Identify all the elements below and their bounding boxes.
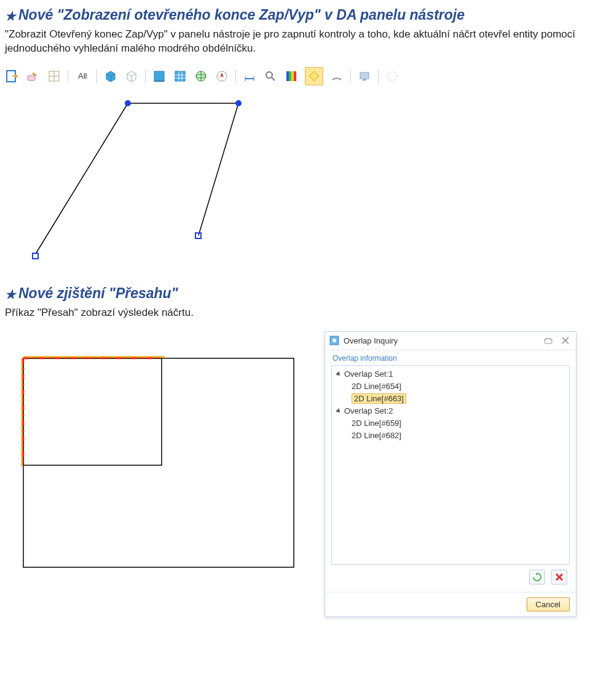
svg-rect-3	[28, 76, 35, 81]
star-icon: ★	[5, 9, 16, 24]
tree-item[interactable]: 2D Line[#663]	[332, 393, 569, 405]
svg-point-34	[388, 72, 396, 81]
tree-group[interactable]: Overlap Set:1	[332, 368, 569, 380]
paragraph-open-end: "Zobrazit Otevřený konec Zap/Vyp" v pane…	[5, 28, 585, 56]
overlap-tree[interactable]: Overlap Set:12D Line[#654]2D Line[#663]O…	[331, 365, 570, 565]
filter-label[interactable]: All	[74, 71, 90, 81]
svg-marker-21	[220, 73, 224, 77]
star-icon: ★	[5, 287, 16, 302]
separator	[68, 69, 68, 83]
separator	[378, 69, 379, 83]
tree-group[interactable]: Overlap Set:2	[332, 405, 569, 417]
tree-item-label: 2D Line[#682]	[352, 431, 401, 440]
endpoint-dot	[235, 100, 242, 106]
toolbar-da: All	[5, 67, 585, 85]
eraser-icon[interactable]	[26, 69, 41, 84]
separator	[235, 69, 236, 83]
svg-rect-32	[360, 73, 369, 79]
endpoint-dot	[125, 100, 131, 106]
tree-item[interactable]: 2D Line[#654]	[332, 380, 569, 393]
globe-icon[interactable]	[194, 69, 208, 84]
sketch-open-end	[11, 94, 331, 278]
separator	[145, 69, 146, 83]
panel-body: Overlap information Overlap Set:12D Line…	[325, 350, 576, 592]
open-end-marker	[32, 253, 39, 259]
svg-rect-11	[154, 71, 164, 81]
refresh-button[interactable]	[529, 570, 545, 584]
arc-icon[interactable]	[329, 69, 344, 84]
overlap-inquiry-panel: Overlap Inquiry Overlap information Over…	[324, 331, 576, 617]
overlap-sketch	[11, 344, 324, 571]
solid-cube-icon[interactable]	[103, 69, 118, 84]
plane-icon[interactable]	[152, 69, 167, 84]
monitor-icon[interactable]	[357, 69, 372, 84]
heading-open-end: ★Nové "Zobrazení otevřeného konce Zap/Vy…	[5, 6, 585, 24]
panel-action-icons	[331, 565, 570, 587]
cancel-button[interactable]: Cancel	[527, 597, 570, 612]
heading-text-2: Nové zjištění "Přesahu"	[18, 285, 178, 301]
panel-title: Overlap Inquiry	[344, 336, 538, 345]
help-icon[interactable]	[541, 335, 555, 346]
close-icon[interactable]	[559, 335, 572, 346]
svg-marker-31	[309, 71, 319, 81]
open-end-icon	[307, 69, 321, 84]
svg-rect-33	[363, 79, 366, 81]
panel-footer: Cancel	[325, 592, 576, 616]
tree-item-label: 2D Line[#654]	[352, 382, 401, 391]
heading-text-1: Nové "Zobrazení otevřeného konce Zap/Vyp…	[18, 7, 465, 23]
separator	[96, 69, 97, 83]
exit-icon[interactable]	[5, 69, 20, 84]
dots-circle-icon[interactable]	[385, 69, 399, 84]
svg-point-25	[266, 72, 272, 78]
open-end-toggle[interactable]	[305, 67, 323, 85]
svg-rect-27	[286, 71, 289, 81]
open-end-marker	[195, 232, 202, 239]
tree-group-label: Overlap Set:2	[344, 406, 393, 415]
heading-overlap: ★Nové zjištění "Přesahu"	[5, 285, 585, 302]
wire-cube-icon[interactable]	[124, 69, 139, 84]
svg-rect-29	[291, 71, 294, 81]
expand-icon	[336, 408, 342, 414]
svg-rect-28	[289, 71, 291, 81]
tree-item[interactable]: 2D Line[#659]	[332, 417, 569, 430]
svg-rect-35	[23, 358, 294, 567]
svg-rect-30	[294, 71, 296, 81]
expand-icon	[336, 371, 342, 377]
magnifier-icon[interactable]	[263, 69, 278, 84]
panel-titlebar: Overlap Inquiry	[325, 332, 576, 350]
delete-button[interactable]	[551, 570, 567, 584]
svg-line-26	[272, 77, 275, 81]
group-label: Overlap information	[332, 354, 570, 363]
tree-group-label: Overlap Set:1	[344, 369, 393, 379]
tree-item[interactable]: 2D Line[#682]	[332, 430, 569, 442]
palette-icon[interactable]	[284, 69, 299, 84]
dimension-icon[interactable]	[242, 69, 257, 84]
svg-rect-36	[23, 358, 162, 465]
tree-item-label: 2D Line[#659]	[352, 419, 401, 428]
svg-point-42	[332, 339, 336, 342]
svg-rect-12	[175, 71, 185, 81]
tree-item-label: 2D Line[#663]	[352, 393, 406, 404]
paragraph-overlap: Příkaz "Přesah" zobrazí výsledek náčrtu.	[5, 306, 585, 320]
separator	[350, 69, 351, 83]
grid-icon[interactable]	[47, 69, 61, 84]
panel-app-icon	[329, 335, 340, 346]
compass-icon[interactable]	[214, 69, 229, 84]
grid-blue-icon[interactable]	[173, 69, 187, 84]
